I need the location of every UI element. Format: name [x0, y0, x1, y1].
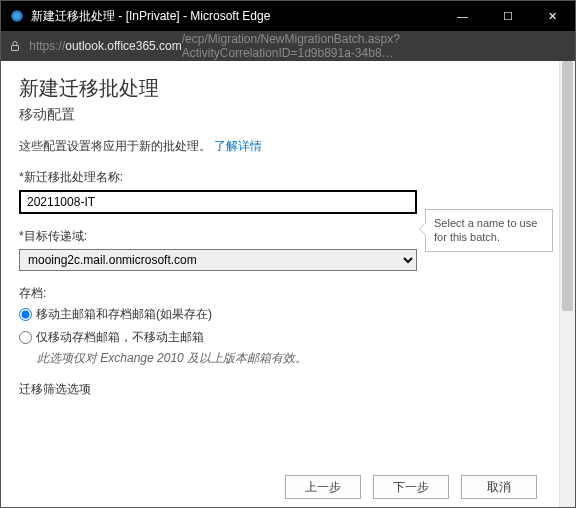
batch-name-label: *新迁移批处理名称: — [19, 169, 541, 186]
migration-wizard-page: 新建迁移批处理 移动配置 这些配置设置将应用于新的批处理。 了解详情 *新迁移批… — [1, 61, 559, 507]
archive-option-move-both[interactable]: 移动主邮箱和存档邮箱(如果存在) — [19, 306, 541, 323]
edge-icon — [9, 8, 25, 24]
url-scheme: https:// — [29, 39, 65, 53]
tooltip-text: Select a name to use for this batch. — [434, 217, 537, 243]
svg-rect-2 — [12, 46, 19, 51]
filter-options-label: 迁移筛选选项 — [19, 381, 541, 398]
page-title: 新建迁移批处理 — [19, 75, 541, 102]
title-bar[interactable]: 新建迁移批处理 - [InPrivate] - Microsoft Edge —… — [1, 1, 575, 31]
close-button[interactable]: ✕ — [530, 1, 575, 31]
address-bar[interactable]: https://outlook.office365.com/ecp/Migrat… — [1, 31, 575, 61]
learn-more-link[interactable]: 了解详情 — [214, 139, 262, 153]
next-button[interactable]: 下一步 — [373, 475, 449, 499]
vertical-scrollbar[interactable] — [559, 61, 575, 507]
edge-window: 新建迁移批处理 - [InPrivate] - Microsoft Edge —… — [0, 0, 576, 508]
description-text: 这些配置设置将应用于新的批处理。 — [19, 139, 211, 153]
content-area: 新建迁移批处理 移动配置 这些配置设置将应用于新的批处理。 了解详情 *新迁移批… — [1, 61, 575, 507]
back-button[interactable]: 上一步 — [285, 475, 361, 499]
target-domain-select[interactable]: mooing2c.mail.onmicrosoft.com — [19, 249, 417, 271]
svg-point-1 — [14, 13, 21, 20]
archive-radio-only-label: 仅移动存档邮箱，不移动主邮箱 — [36, 329, 204, 346]
archive-radio-both[interactable] — [19, 308, 32, 321]
wizard-footer: 上一步 下一步 取消 — [285, 475, 537, 499]
window-controls: — ☐ ✕ — [440, 1, 575, 31]
window-title: 新建迁移批处理 - [InPrivate] - Microsoft Edge — [31, 8, 440, 25]
archive-note: 此选项仅对 Exchange 2010 及以上版本邮箱有效。 — [37, 350, 541, 367]
scrollbar-thumb[interactable] — [562, 61, 573, 311]
minimize-button[interactable]: — — [440, 1, 485, 31]
url-host: outlook.office365.com — [65, 39, 182, 53]
archive-radio-both-label: 移动主邮箱和存档邮箱(如果存在) — [36, 306, 212, 323]
tooltip-callout: Select a name to use for this batch. — [425, 209, 553, 252]
lock-icon — [7, 40, 23, 52]
url-path: /ecp/Migration/NewMigrationBatch.aspx?Ac… — [182, 32, 569, 60]
page-description: 这些配置设置将应用于新的批处理。 了解详情 — [19, 138, 541, 155]
batch-name-input[interactable] — [19, 190, 417, 214]
maximize-button[interactable]: ☐ — [485, 1, 530, 31]
page-subtitle: 移动配置 — [19, 106, 541, 124]
archive-option-archive-only[interactable]: 仅移动存档邮箱，不移动主邮箱 — [19, 329, 541, 346]
cancel-button[interactable]: 取消 — [461, 475, 537, 499]
archive-section-label: 存档: — [19, 285, 541, 302]
archive-radio-only[interactable] — [19, 331, 32, 344]
